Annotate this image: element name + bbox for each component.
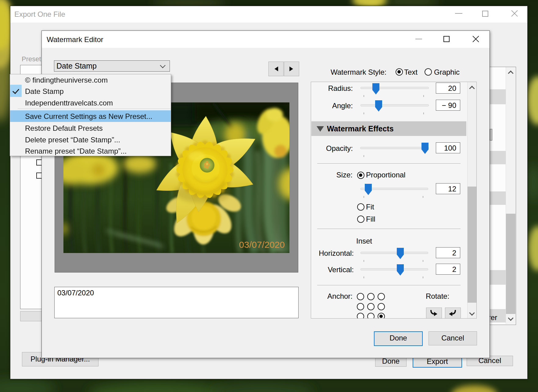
svg-text:03/07/2020: 03/07/2020 bbox=[239, 240, 285, 250]
